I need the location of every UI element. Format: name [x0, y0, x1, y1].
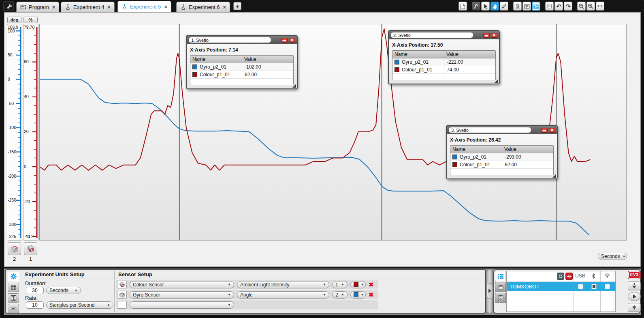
popup-titlebar[interactable]: ▬ ✕ [447, 126, 557, 134]
sensor-mode-dropdown[interactable]: Angle▼ [237, 291, 329, 299]
brick-info-icon [497, 295, 504, 301]
series-color-dropdown[interactable]: ▼ [350, 291, 366, 299]
zoom-in-button[interactable] [586, 2, 595, 11]
run-button[interactable] [628, 292, 641, 301]
tab-experiment-5[interactable]: Experiment 5 × [117, 1, 171, 12]
popup-title-input[interactable] [390, 32, 473, 38]
tab-close-icon[interactable]: × [223, 4, 226, 10]
tab-program[interactable]: Program × [16, 2, 59, 12]
brick-row[interactable]: TOMKOBOT [507, 282, 616, 291]
refresh-button[interactable] [557, 273, 564, 280]
popup-close-button[interactable]: ✕ [549, 128, 555, 133]
zoom-reset-button[interactable]: 1:1 [596, 2, 604, 11]
duration-input[interactable] [26, 287, 44, 294]
popup-minimize-button[interactable]: ▬ [281, 38, 288, 43]
left-axis-unit-button[interactable]: deg [7, 17, 21, 23]
rate-input[interactable] [26, 301, 44, 309]
setup-tab-table[interactable] [8, 283, 19, 292]
ev3-software-window: Program × Experiment 4 × Experiment 5 × … [0, 0, 644, 318]
right-axis-unit-button[interactable]: % [23, 17, 38, 23]
zoom-out-button[interactable] [577, 2, 586, 11]
cursor-popup-2[interactable]: ▬ ✕ X-Axis Position: 17.50 Name Value Gy… [388, 30, 500, 84]
chevron-down-icon: ▼ [361, 293, 364, 297]
popup-title-input[interactable] [448, 127, 531, 133]
sensor-mode-dropdown[interactable]: Ambient Light Intensity▼ [237, 281, 329, 288]
series-swatch [354, 292, 358, 297]
sensor-port-dropdown[interactable]: 2▼ [332, 291, 348, 299]
svg-text:-100: -100 [8, 125, 16, 130]
new-tab-button[interactable]: + [233, 2, 241, 10]
select-tool-button[interactable] [481, 2, 490, 11]
sensor-icon-box [117, 281, 127, 288]
resize-grip[interactable] [552, 174, 556, 178]
pan-tool-button[interactable] [490, 2, 499, 11]
svg-text:-40.2: -40.2 [24, 234, 34, 239]
series-color-dropdown[interactable]: ▼ [350, 281, 366, 288]
save-button[interactable] [545, 2, 554, 11]
gyro-sensor-port-button[interactable] [8, 242, 21, 255]
popup-close-button[interactable]: ✕ [289, 38, 295, 43]
resize-grip[interactable] [292, 84, 296, 88]
x-unit-dropdown[interactable]: Seconds ▼ [598, 253, 627, 260]
sensor-type-dropdown[interactable]: ▼ [130, 301, 234, 309]
colour-sensor-port-button[interactable] [24, 242, 37, 255]
setup-tab-dataset[interactable] [8, 304, 19, 313]
annotate-tool-button[interactable] [500, 2, 508, 11]
table-row: Colour_p1_01 62.00 [450, 161, 553, 169]
popup-titlebar[interactable]: ▬ ✕ [187, 36, 297, 44]
experiment-icon [180, 4, 186, 10]
x-axis-position: X-Axis Position: 17.50 [392, 42, 496, 48]
setup-tab-calculation[interactable] [8, 293, 19, 303]
tools-button[interactable] [3, 1, 14, 11]
cursor-popup-3[interactable]: ▬ ✕ X-Axis Position: 26.42 Name Value Gy… [446, 125, 558, 179]
svg-text:106.9: 106.9 [8, 25, 18, 30]
popup-minimize-button[interactable]: ▬ [541, 128, 548, 133]
popup-titlebar[interactable]: ▬ ✕ [389, 31, 499, 39]
popup-title-input[interactable] [188, 37, 271, 43]
brick-list: USB TOMKOBOT [506, 271, 616, 312]
sensor-port-dropdown[interactable]: 1▼ [332, 281, 348, 288]
tab-experiment-6[interactable]: Experiment 6 × [176, 2, 230, 12]
refresh-icon [558, 274, 563, 279]
analysis-button[interactable] [513, 2, 522, 11]
notes-button[interactable] [522, 2, 531, 11]
undo-button[interactable]: ↶ [554, 2, 563, 11]
cursor-popup-1[interactable]: ▬ ✕ X-Axis Position: 7.14 Name Value Gyr… [186, 35, 298, 89]
usb-checkbox[interactable] [578, 284, 583, 289]
brick-tab-port-view[interactable] [495, 282, 506, 292]
snapshot-button[interactable] [532, 2, 540, 11]
upload-button[interactable] [628, 303, 641, 312]
popup-minimize-button[interactable]: ▬ [483, 33, 490, 38]
bluetooth-checkbox[interactable] [591, 284, 597, 289]
delete-sensor-button[interactable]: ✖ [369, 281, 374, 288]
new-dataset-button[interactable] [458, 2, 467, 11]
pencil-icon [501, 3, 507, 9]
bottom-area: Experiment Units Setup Duration: Seconds… [4, 269, 641, 315]
tab-close-icon[interactable]: × [52, 4, 55, 10]
play-icon [631, 293, 638, 300]
svg-text:60: 60 [24, 59, 29, 64]
delete-sensor-button[interactable]: ✖ [369, 292, 374, 298]
wifi-checkbox[interactable] [605, 284, 610, 289]
gear-icon [10, 273, 17, 280]
brick-tab-list[interactable] [495, 271, 506, 281]
popup-close-button[interactable]: ✕ [491, 33, 497, 38]
tab-experiment-4[interactable]: Experiment 4 × [61, 2, 115, 12]
disconnect-button[interactable] [565, 273, 573, 280]
sensor-type-dropdown[interactable]: Gyro Sensor▼ [130, 291, 234, 299]
rate-unit-dropdown[interactable]: Samples per Second ▼ [46, 301, 113, 309]
sensor-type-dropdown[interactable]: Colour Sensor▼ [130, 281, 234, 288]
chevron-down-icon: ▼ [323, 283, 326, 286]
graph-mode-button[interactable] [472, 2, 480, 11]
download-button[interactable] [628, 281, 641, 290]
duration-unit-dropdown[interactable]: Seconds ▼ [46, 287, 81, 294]
tab-close-icon[interactable]: × [164, 4, 168, 10]
setup-tab-settings[interactable] [8, 272, 19, 281]
splitter-handle[interactable] [486, 283, 493, 299]
resize-grip[interactable] [495, 79, 498, 83]
brick-tab-info[interactable] [495, 293, 506, 303]
redo-button[interactable]: ↷ [564, 2, 572, 11]
tab-close-icon[interactable]: × [108, 4, 111, 10]
panel-splitter[interactable] [487, 270, 492, 313]
sensor-mode-value: Ambient Light Intensity [240, 282, 289, 288]
